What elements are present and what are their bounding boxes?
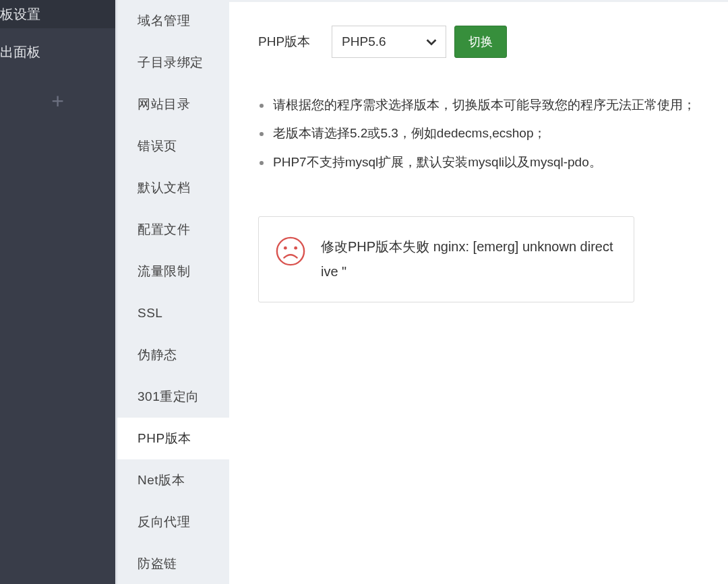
sub-nav-item[interactable]: 流量限制 <box>117 251 229 292</box>
sub-nav-item[interactable]: 域名管理 <box>117 0 229 42</box>
primary-nav-label: 板设置 <box>0 5 40 24</box>
sub-nav-label: 错误页 <box>138 137 177 155</box>
error-face-icon <box>275 236 306 267</box>
tip-item: 请根据您的程序需求选择版本，切换版本可能导致您的程序无法正常使用； <box>272 95 728 115</box>
tip-item: 老版本请选择5.2或5.3，例如dedecms,ecshop； <box>272 123 728 143</box>
sub-nav-item[interactable]: 默认文档 <box>117 167 229 209</box>
sub-nav-item[interactable]: 防盗链 <box>117 543 229 584</box>
sub-nav-item[interactable]: 配置文件 <box>117 209 229 251</box>
sub-nav-item[interactable]: 网站目录 <box>117 84 229 125</box>
primary-nav-item-exit[interactable]: 出面板 <box>0 28 115 75</box>
chevron-down-icon <box>424 34 439 49</box>
sub-nav-item[interactable]: 子目录绑定 <box>117 42 229 84</box>
primary-sidebar: 板设置 出面板 + <box>0 0 115 584</box>
sub-nav-label: 反向代理 <box>138 513 190 531</box>
sub-nav-label: 默认文档 <box>138 179 190 197</box>
primary-nav-label: 出面板 <box>0 43 40 61</box>
add-item-button[interactable]: + <box>0 81 115 121</box>
plus-icon: + <box>51 90 64 112</box>
sub-nav-label: 伪静态 <box>138 346 177 364</box>
select-value: PHP5.6 <box>342 34 386 49</box>
sub-nav-label: 流量限制 <box>138 263 190 280</box>
php-version-select[interactable]: PHP5.6 <box>332 26 446 58</box>
sub-nav-label: PHP版本 <box>138 430 191 447</box>
svg-point-0 <box>277 238 304 265</box>
main-content: PHP版本 PHP5.6 切换 请根据您的程序需求选择版本，切换版本可能导致您的… <box>229 0 728 584</box>
sub-nav-item[interactable]: 反向代理 <box>117 501 229 543</box>
sub-nav-label: SSL <box>138 306 162 321</box>
sub-nav-label: 301重定向 <box>138 388 200 405</box>
sub-sidebar: 域名管理子目录绑定网站目录错误页默认文档配置文件流量限制SSL伪静态301重定向… <box>115 0 229 584</box>
sub-nav-item[interactable]: 301重定向 <box>117 376 229 418</box>
tips-list: 请根据您的程序需求选择版本，切换版本可能导致您的程序无法正常使用；老版本请选择5… <box>258 95 728 172</box>
error-message: 修改PHP版本失败 nginx: [emerg] unknown directi… <box>321 234 615 284</box>
tip-item: PHP7不支持mysql扩展，默认安装mysqli以及mysql-pdo。 <box>272 152 728 172</box>
sub-nav-item[interactable]: Net版本 <box>117 459 229 501</box>
sub-nav-item[interactable]: PHP版本 <box>117 418 229 459</box>
form-label: PHP版本 <box>258 33 310 51</box>
switch-button-label: 切换 <box>468 34 493 50</box>
sub-nav-item[interactable]: 伪静态 <box>117 334 229 376</box>
sub-nav-item[interactable]: SSL <box>117 292 229 334</box>
switch-button[interactable]: 切换 <box>454 26 507 58</box>
php-version-row: PHP版本 PHP5.6 切换 <box>258 26 728 58</box>
sub-nav-label: 子目录绑定 <box>138 54 204 71</box>
sub-nav-item[interactable]: 错误页 <box>117 125 229 167</box>
error-box: 修改PHP版本失败 nginx: [emerg] unknown directi… <box>258 216 634 302</box>
svg-point-1 <box>284 247 287 250</box>
sub-nav-label: 网站目录 <box>138 96 190 113</box>
svg-point-2 <box>294 247 297 250</box>
primary-nav-item-settings[interactable]: 板设置 <box>0 0 115 28</box>
sub-nav-label: 域名管理 <box>138 12 190 30</box>
sub-nav-label: 配置文件 <box>138 221 190 238</box>
sub-nav-label: Net版本 <box>138 472 185 489</box>
sub-nav-label: 防盗链 <box>138 555 177 573</box>
